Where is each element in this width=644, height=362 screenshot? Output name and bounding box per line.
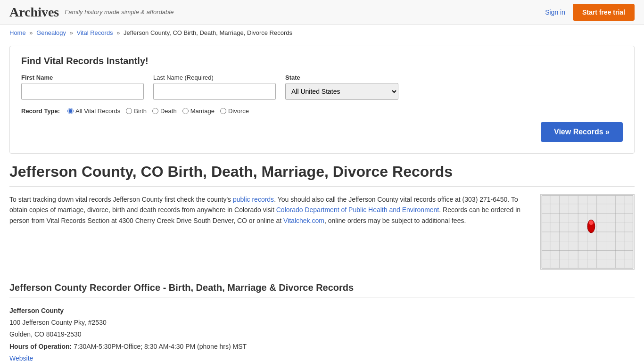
office-hours-label: Hours of Operation: — [9, 343, 72, 350]
office-hours: 7:30AM-5:30PM-Office; 8:30 AM-4:30 PM (p… — [74, 343, 247, 350]
state-group: State All United States Alabama Alaska C… — [285, 74, 398, 100]
office-name: Jefferson County — [9, 307, 64, 314]
first-name-label: First Name — [21, 74, 144, 81]
page-title: Jefferson County, CO Birth, Death, Marri… — [9, 163, 635, 187]
breadcrumb-genealogy[interactable]: Genealogy — [36, 29, 66, 36]
record-type-marriage[interactable]: Marriage — [182, 107, 215, 115]
record-type-marriage-label: Marriage — [190, 107, 215, 115]
record-type-divorce-label: Divorce — [228, 107, 249, 115]
record-type-divorce-radio[interactable] — [220, 108, 226, 114]
record-type-marriage-radio[interactable] — [182, 108, 189, 114]
recorder-title: Jefferson County Recorder Office - Birth… — [9, 282, 635, 297]
record-type-birth-label: Birth — [134, 107, 147, 115]
first-name-group: First Name — [21, 74, 144, 100]
office-website-link[interactable]: Website — [9, 354, 33, 362]
last-name-group: Last Name (Required) — [153, 74, 276, 100]
map-container — [540, 194, 635, 271]
sign-in-link[interactable]: Sign in — [545, 8, 565, 16]
breadcrumb: Home » Genealogy » Vital Records » Jeffe… — [0, 25, 644, 41]
state-select[interactable]: All United States Alabama Alaska Colorad… — [285, 83, 398, 100]
breadcrumb-home[interactable]: Home — [9, 29, 26, 36]
header-left: Archives Family history made simple & af… — [9, 5, 173, 20]
record-type-all-radio[interactable] — [67, 108, 74, 114]
header-right: Sign in Start free trial — [545, 4, 635, 21]
site-logo: Archives — [9, 5, 59, 20]
vitalchek-link[interactable]: Vitalchek.com — [283, 217, 324, 224]
last-name-input[interactable] — [153, 83, 276, 100]
breadcrumb-vital-records[interactable]: Vital Records — [77, 29, 113, 36]
start-trial-button[interactable]: Start free trial — [573, 4, 635, 21]
record-type-birth[interactable]: Birth — [126, 107, 147, 115]
main-content: Jefferson County, CO Birth, Death, Marri… — [0, 163, 644, 362]
record-type-birth-radio[interactable] — [126, 108, 132, 114]
breadcrumb-separator-1: » — [29, 29, 33, 36]
site-tagline: Family history made simple & affordable — [65, 8, 173, 16]
search-fields: First Name Last Name (Required) State Al… — [21, 74, 623, 100]
view-records-button[interactable]: View Records » — [541, 122, 623, 142]
search-title: Find Vital Records Instantly! — [21, 56, 623, 66]
office-address2: Golden, CO 80419-2530 — [9, 329, 635, 340]
header: Archives Family history made simple & af… — [0, 0, 644, 25]
office-info: Jefferson County 100 Jefferson County Pk… — [9, 305, 635, 362]
office-address1: 100 Jefferson County Pky, #2530 — [9, 317, 635, 329]
content-text: To start tracking down vital records Jef… — [9, 194, 529, 271]
office-hours-row: Hours of Operation: 7:30AM-5:30PM-Office… — [9, 341, 635, 353]
public-records-link[interactable]: public records — [233, 196, 274, 203]
view-records-btn-wrapper: View Records » — [21, 122, 623, 142]
record-type-row: Record Type: All Vital Records Birth Dea… — [21, 107, 623, 115]
first-name-input[interactable] — [21, 83, 144, 100]
record-type-all-label: All Vital Records — [75, 107, 120, 115]
breadcrumb-separator-3: » — [116, 29, 120, 36]
record-type-death[interactable]: Death — [152, 107, 177, 115]
record-type-all[interactable]: All Vital Records — [67, 107, 120, 115]
body-paragraph-1: To start tracking down vital records Jef… — [9, 194, 529, 226]
last-name-label: Last Name (Required) — [153, 74, 276, 81]
breadcrumb-separator-2: » — [70, 29, 73, 36]
record-type-divorce[interactable]: Divorce — [220, 107, 249, 115]
svg-point-18 — [589, 220, 594, 225]
record-type-death-label: Death — [160, 107, 177, 115]
record-type-death-radio[interactable] — [152, 108, 158, 114]
colorado-map — [540, 194, 635, 270]
record-type-label: Record Type: — [21, 107, 60, 115]
cdphe-link[interactable]: Colorado Department of Public Health and… — [276, 206, 439, 214]
state-label: State — [285, 74, 398, 81]
content-wrapper: To start tracking down vital records Jef… — [9, 194, 635, 271]
breadcrumb-current: Jefferson County, CO Birth, Death, Marri… — [124, 29, 292, 36]
search-box: Find Vital Records Instantly! First Name… — [9, 46, 635, 154]
